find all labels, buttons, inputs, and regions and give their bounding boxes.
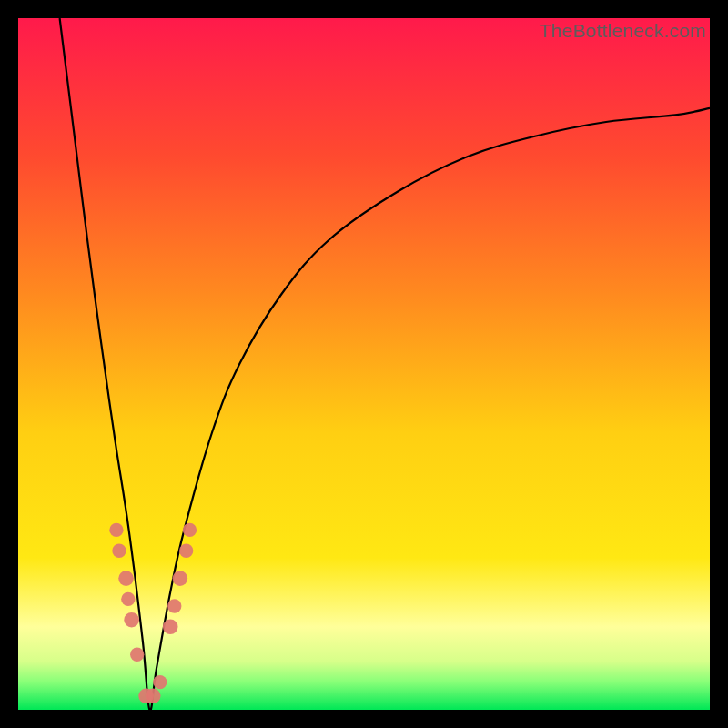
data-dot (173, 571, 188, 586)
data-dot (163, 619, 178, 634)
data-dot (146, 688, 161, 703)
data-dot (167, 599, 181, 612)
data-dot (183, 523, 197, 537)
data-dot (118, 571, 134, 586)
data-dot (109, 523, 123, 537)
data-dot (112, 544, 126, 558)
chart-svg (18, 18, 710, 710)
data-dots (109, 523, 197, 703)
bottleneck-curve (60, 18, 710, 710)
watermark-text: TheBottleneck.com (540, 20, 706, 42)
data-dot (124, 612, 139, 628)
data-dot (179, 544, 193, 558)
plot-area: TheBottleneck.com (18, 18, 710, 710)
data-dot (130, 648, 144, 662)
data-dot (121, 592, 135, 606)
data-dot (153, 675, 167, 689)
